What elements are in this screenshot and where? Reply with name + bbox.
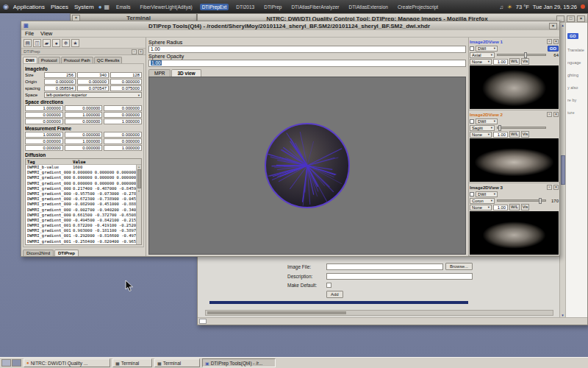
panel-menu[interactable]: Places	[51, 4, 68, 10]
add-button[interactable]: Add	[326, 291, 343, 298]
firefox-launcher-icon[interactable]: ●	[98, 4, 102, 10]
taskbar-window-button[interactable]: ● NITRC: DWI/DTI Quality ...	[24, 358, 110, 367]
close-icon[interactable]: ×	[553, 185, 559, 190]
snowflake-icon[interactable]: ❄	[62, 39, 70, 47]
close-icon[interactable]: ×	[553, 112, 559, 117]
bottom-tab[interactable]: DTIPrep	[54, 250, 79, 256]
close-icon[interactable]: ×	[138, 49, 143, 54]
value-field[interactable]: 1.000000	[104, 118, 142, 124]
vertical-scrollbar[interactable]: ▴ ▾	[559, 23, 565, 317]
dock-tab[interactable]: Protocol	[38, 57, 60, 63]
go-button[interactable]: GO	[548, 46, 559, 52]
slider-thumb[interactable]	[524, 52, 527, 58]
value-field[interactable]: 1.000000	[104, 145, 142, 151]
orientation-select[interactable]: Coron▾	[470, 198, 495, 204]
window-level-button[interactable]: W/L	[509, 204, 520, 210]
value-field[interactable]: 0.000000	[65, 145, 103, 151]
table-row[interactable]: DWMRI_gradient_0003 0.217400 -0.487000 -…	[26, 186, 136, 191]
view-checkbox[interactable]	[470, 46, 474, 51]
panel-menu[interactable]: Applications	[13, 4, 45, 10]
visibility-button[interactable]: Vis	[521, 204, 530, 210]
dock-tab[interactable]: Protocol Path	[61, 57, 93, 63]
scrollbar-thumb[interactable]	[561, 155, 565, 185]
close-icon[interactable]: ×	[577, 15, 585, 22]
slider-thumb[interactable]	[498, 125, 501, 131]
float-icon[interactable]: ▫	[547, 112, 552, 117]
tab-3d-view[interactable]: 3D view	[171, 69, 201, 77]
taskbar-window-button[interactable]: ▦ Terminal	[112, 358, 152, 367]
visibility-button[interactable]: Vis	[521, 58, 530, 65]
table-row[interactable]: DWMRI_gradient_0007 -0.002700 -0.940200 …	[26, 208, 136, 213]
viewport-3d[interactable]	[148, 77, 466, 255]
table-row[interactable]: DWMRI_gradient_0011 0.903000 -0.181100 -…	[26, 228, 136, 233]
value-field[interactable]: 1.000000	[65, 112, 103, 118]
dock-tab[interactable]: QC Results	[94, 57, 123, 63]
window-level-button[interactable]: W/L	[509, 131, 520, 138]
table-row[interactable]: DWMRI_gradient_0008 0.661500 -0.372700 -…	[26, 213, 136, 218]
sphere-radius-input[interactable]: 1.00	[148, 46, 466, 53]
volume-icon[interactable]: ♫	[499, 4, 503, 10]
coronal-slice-image[interactable]	[470, 211, 559, 255]
overlay-select[interactable]: None▾	[470, 205, 492, 210]
clock[interactable]: Tue Jan 29, 15:26	[533, 4, 577, 10]
tab-mpr[interactable]: MPR	[148, 69, 171, 77]
table-row[interactable]: DWMRI_gradient_0010 0.872200 -0.419100 -…	[26, 223, 136, 228]
panel-task-item[interactable]: DTIPrepExt	[200, 4, 229, 10]
value-field[interactable]: 0.000000	[65, 118, 103, 124]
value-field[interactable]: 1.000000	[25, 132, 63, 138]
value-field[interactable]: 0.000000	[104, 105, 142, 111]
save-icon[interactable]: ◫	[33, 39, 41, 47]
overlay-select[interactable]: None▾	[470, 132, 492, 138]
table-row[interactable]: DWMRI_gradient_0012 -0.292000 -0.816600 …	[26, 233, 136, 238]
visibility-button[interactable]: Vis	[521, 131, 530, 138]
value-field[interactable]: 1.000000	[65, 138, 103, 144]
overlay-select[interactable]: None▾	[470, 59, 492, 65]
value-field[interactable]: 340	[77, 72, 109, 78]
view-checkbox[interactable]	[470, 119, 474, 124]
sagittal-slice-image[interactable]	[470, 138, 559, 182]
value-field[interactable]: 0.000000	[65, 105, 103, 111]
opacity-field[interactable]: 1.00	[493, 132, 508, 138]
modality-select[interactable]: DWI▾	[476, 118, 498, 124]
sparkle-icon[interactable]: ★	[71, 39, 79, 47]
sphere-opacity-input[interactable]: 1.00	[148, 60, 466, 67]
slice-slider[interactable]	[497, 199, 546, 202]
modality-select[interactable]: DWI▾	[476, 46, 498, 52]
value-field[interactable]: 0.000000	[25, 145, 63, 151]
column-header[interactable]: Tag	[26, 159, 71, 164]
dock-tab[interactable]: DWI	[23, 57, 37, 63]
maximize-icon[interactable]: □	[567, 15, 575, 22]
column-header[interactable]: Value	[71, 159, 141, 164]
value-field[interactable]: 0.070547	[77, 85, 109, 91]
window-level-button[interactable]: W/L	[509, 58, 520, 65]
run-icon[interactable]: ●	[52, 39, 60, 47]
value-field[interactable]: 0.000000	[25, 112, 63, 118]
terminal-launcher-icon[interactable]: ▦	[104, 4, 110, 10]
panel-task-item[interactable]: FiberViewerLight(Aditya)	[138, 4, 195, 10]
browse-button[interactable]: Browse...	[445, 263, 473, 270]
panel-task-item[interactable]: Emails	[114, 4, 133, 10]
value-field[interactable]: 0.000000	[104, 132, 142, 138]
notification-icon[interactable]	[581, 4, 585, 9]
taskbar-window-button[interactable]: ▦ Terminal	[154, 358, 200, 367]
slice-slider[interactable]	[497, 54, 546, 56]
scroll-up-icon[interactable]: ▴	[562, 23, 564, 27]
table-row[interactable]: DWMRI_gradient_0006 -0.082900 -0.451000 …	[26, 202, 136, 207]
value-field[interactable]: 0.000000	[65, 132, 103, 138]
opacity-field[interactable]: 1.00	[493, 205, 508, 210]
dtiprep-titlebar[interactable]: ▣ DTIPrep Tools(Qt4) - /rodent/SherylMoy…	[21, 21, 559, 30]
dock-header[interactable]: DTIPrep ▫ ×	[21, 49, 146, 55]
description-input[interactable]	[326, 273, 473, 280]
value-field[interactable]: 128	[110, 72, 142, 78]
table-row[interactable]: DWMRI_gradient_0009 -0.494500 -0.842100 …	[26, 218, 136, 223]
bottom-tab[interactable]: Dicom2Nrrd	[23, 250, 54, 256]
space-select[interactable]: left-posterior-superior ▾	[44, 92, 142, 98]
float-icon[interactable]: ▫	[132, 49, 137, 54]
view-checkbox[interactable]	[470, 192, 474, 197]
table-row[interactable]: DWMRI_gradient_0002 0.000000 0.000000 0.…	[26, 181, 136, 186]
axial-slice-image[interactable]	[470, 66, 559, 109]
menu-item[interactable]: View	[40, 30, 52, 37]
value-field[interactable]: 1.000000	[25, 105, 63, 111]
orientation-select[interactable]: Sagitt▾	[470, 125, 495, 131]
taskbar-window-button[interactable]: ▣ DTIPrep Tools(Qt4) - /r...	[202, 358, 276, 367]
